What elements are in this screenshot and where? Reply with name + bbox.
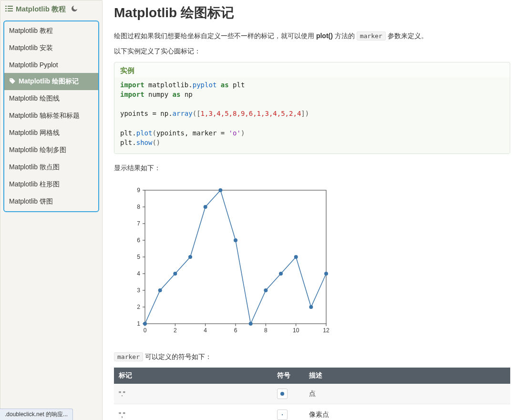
example-title: 实例 [114,62,510,77]
svg-text:7: 7 [137,220,140,227]
svg-rect-5 [8,10,13,11]
svg-rect-0 [5,6,7,7]
sidebar-item-markers[interactable]: Matplotlib 绘图标记 [4,73,98,90]
intro-paragraph: 绘图过程如果我们想要给坐标自定义一些不一样的标记，就可以使用 plot() 方法… [114,31,510,42]
main-content: Matplotlib 绘图标记 绘图过程如果我们想要给坐标自定义一些不一样的标记… [103,0,515,420]
svg-point-50 [309,305,313,309]
svg-point-49 [294,255,298,259]
table-row: "."点 [114,384,510,404]
svg-text:9: 9 [137,187,140,194]
sidebar-item-bar[interactable]: Matplotlib 柱形图 [4,176,98,193]
tag-icon [9,78,16,86]
svg-rect-3 [8,8,13,9]
result-label: 显示结果如下： [114,163,510,174]
cell-mark: "." [114,384,272,404]
sidebar-title: Matplotlib 教程 [0,3,102,18]
svg-rect-1 [8,6,13,7]
example-box: 实例 import matplotlib.pyplot as plt impor… [114,62,510,154]
sidebar-item-tutorial[interactable]: Matplotlib 教程 [4,22,98,40]
svg-text:0: 0 [144,327,147,334]
cell-desc: 像素点 [304,404,510,420]
svg-point-51 [324,272,328,276]
svg-rect-6 [145,190,326,324]
sidebar-item-grid[interactable]: Matplotlib 网格线 [4,124,98,142]
svg-point-45 [234,238,237,242]
cell-desc: 点 [304,384,510,404]
svg-text:2: 2 [137,304,140,310]
svg-point-40 [158,288,162,292]
sidebar-item-multiplot[interactable]: Matplotlib 绘制多图 [4,142,98,159]
symbol-box [277,410,288,420]
marker-symbol-icon [280,392,284,396]
th-symbol: 符号 [272,368,304,384]
svg-text:5: 5 [137,254,140,260]
th-desc: 描述 [304,368,510,384]
cell-symbol [272,384,304,404]
svg-text:2: 2 [174,327,177,334]
svg-point-39 [143,322,147,326]
sidebar-item-labels[interactable]: Matplotlib 轴标签和标题 [4,107,98,124]
svg-text:6: 6 [234,327,237,334]
svg-point-48 [279,272,283,276]
table-row: ","像素点 [114,404,510,420]
svg-point-42 [188,255,192,259]
svg-rect-2 [5,8,7,9]
svg-point-41 [173,272,177,276]
sidebar-item-install[interactable]: Matplotlib 安装 [4,40,98,57]
svg-point-43 [204,205,207,209]
list-icon [5,5,13,13]
svg-text:3: 3 [137,287,140,294]
svg-text:6: 6 [137,237,140,244]
svg-point-47 [264,288,268,292]
th-mark: 标记 [114,368,272,384]
cell-mark: "," [114,404,272,420]
svg-point-46 [249,322,253,326]
status-bar: .doubleclick.net 的响应... [0,409,73,420]
svg-text:10: 10 [293,327,299,334]
svg-text:4: 4 [204,327,207,334]
result-chart: 123456789024681012 [119,183,510,342]
marker-symbol-icon [282,414,283,415]
sidebar-nav: Matplotlib 教程 Matplotlib 安装 Matplotlib P… [3,20,99,212]
marker-table: 标记 符号 描述 "."点","像素点"o"实心圆 [114,368,510,420]
sidebar: Matplotlib 教程 Matplotlib 教程 Matplotlib 安… [0,0,103,420]
intro-paragraph-2: 以下实例定义了实心圆标记： [114,46,510,57]
sidebar-item-lines[interactable]: Matplotlib 绘图线 [4,90,98,107]
table-header-row: 标记 符号 描述 [114,368,510,384]
page-title: Matplotlib 绘图标记 [114,4,510,22]
svg-text:12: 12 [323,327,330,334]
cell-symbol [272,404,304,420]
svg-text:8: 8 [137,204,140,210]
sidebar-item-pie[interactable]: Matplotlib 饼图 [4,193,98,210]
code-block: import matplotlib.pyplot as plt import n… [114,77,510,154]
sidebar-item-scatter[interactable]: Matplotlib 散点图 [4,159,98,176]
svg-text:8: 8 [264,327,268,334]
line-chart-svg: 123456789024681012 [119,183,333,340]
sidebar-title-text: Matplotlib 教程 [16,5,66,14]
table-intro: marker 可以定义的符号如下： [114,351,510,363]
svg-rect-4 [5,10,7,11]
svg-text:1: 1 [137,320,140,327]
svg-text:4: 4 [137,270,140,277]
inline-code-marker: marker [357,31,386,41]
svg-point-44 [218,188,222,192]
symbol-box [277,389,288,399]
moon-icon[interactable] [71,5,78,14]
inline-code-marker-2: marker [114,352,143,361]
sidebar-item-pyplot[interactable]: Matplotlib Pyplot [4,57,98,73]
